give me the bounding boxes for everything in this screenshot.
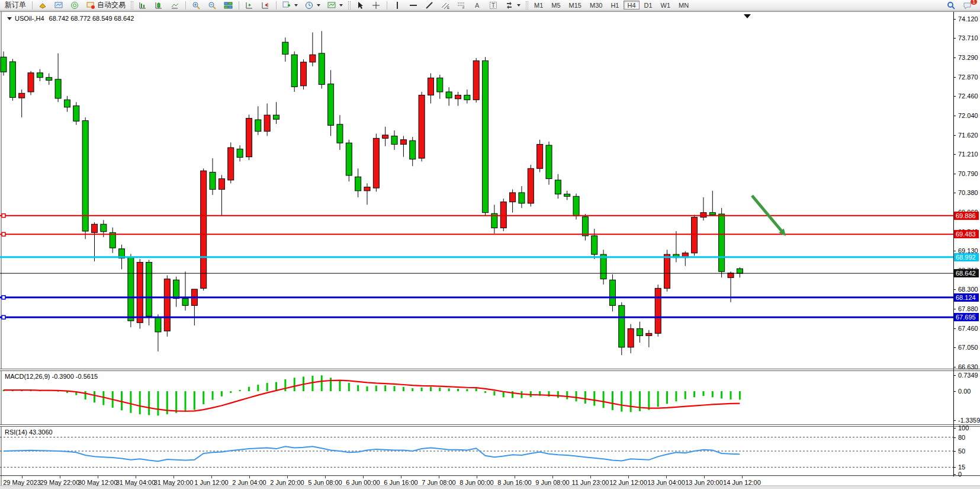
rsi-pane[interactable] xyxy=(0,427,953,475)
bar-chart-button[interactable] xyxy=(136,1,150,10)
market-watch-button[interactable] xyxy=(36,1,50,10)
macd-scale-label: 0.7349 xyxy=(958,372,978,379)
zoom-out-icon xyxy=(208,1,217,9)
vertical-line-icon xyxy=(393,1,402,9)
candle-down xyxy=(483,61,489,213)
candle-down xyxy=(446,92,452,98)
candle-down xyxy=(410,140,416,159)
price-tick-label: 70.790 xyxy=(958,170,978,177)
rsi-scale-label: 80 xyxy=(958,434,965,441)
text-button[interactable]: A xyxy=(470,1,485,10)
time-tick-mark xyxy=(22,476,23,478)
strategy-tester-icon xyxy=(70,1,79,9)
tab-h4[interactable]: H4 xyxy=(624,1,639,9)
indicators-button[interactable] xyxy=(279,1,301,10)
candle-down xyxy=(600,254,606,279)
candlestick-chart-button[interactable] xyxy=(152,1,166,10)
text-label-button[interactable]: T xyxy=(486,1,501,10)
time-axis-line xyxy=(0,475,980,476)
time-axis-label: 8 Jun 00:00 xyxy=(460,479,494,486)
templates-button[interactable] xyxy=(324,1,346,10)
time-axis-label: 8 Jun 16:00 xyxy=(497,479,532,486)
line-anchor xyxy=(2,214,5,218)
price-line-badge: 68.992 xyxy=(954,253,979,261)
candle-down xyxy=(37,73,43,78)
candle-down xyxy=(101,224,107,232)
tab-m5[interactable]: M5 xyxy=(548,1,564,9)
tab-m15[interactable]: M15 xyxy=(565,1,585,9)
notification-badge: 1 xyxy=(971,0,977,5)
line-chart-button[interactable] xyxy=(168,1,182,10)
time-tick-mark xyxy=(401,476,401,478)
tab-w1[interactable]: W1 xyxy=(657,1,674,9)
time-tick-mark xyxy=(325,476,326,478)
svg-text:A: A xyxy=(475,2,480,9)
price-tick-label: 73.710 xyxy=(958,34,978,41)
zoom-out-button[interactable] xyxy=(205,1,220,10)
new-chart-button[interactable] xyxy=(52,1,66,10)
macd-pane[interactable] xyxy=(0,371,953,424)
tab-d1[interactable]: D1 xyxy=(641,1,656,9)
price-line-badge: 67.695 xyxy=(954,313,979,321)
tab-h1[interactable]: H1 xyxy=(607,1,622,9)
autotrading-icon xyxy=(86,1,95,9)
crosshair-button[interactable] xyxy=(369,1,384,10)
candle-down xyxy=(328,84,334,126)
new-order-button[interactable]: 新订单 xyxy=(2,1,29,10)
rsi-scale-label: 50 xyxy=(958,448,965,455)
time-tick-mark xyxy=(136,476,136,478)
autotrading-button[interactable]: 自动交易 xyxy=(83,1,128,10)
cursor-button[interactable] xyxy=(353,1,368,10)
vertical-line-button[interactable] xyxy=(390,1,405,10)
fibonacci-button[interactable]: F xyxy=(454,1,469,10)
candle-down xyxy=(173,280,179,298)
periods-caret xyxy=(317,4,320,7)
auto-scroll-button[interactable] xyxy=(258,1,273,10)
new-chart-icon xyxy=(54,1,63,9)
tab-m30[interactable]: M30 xyxy=(586,1,606,9)
equidistant-channel-button[interactable]: E xyxy=(438,1,453,10)
trendline-icon xyxy=(425,1,434,9)
candle-down xyxy=(155,317,161,332)
candle-down xyxy=(437,78,443,92)
candle-up xyxy=(264,115,270,131)
time-tick-mark xyxy=(552,476,553,478)
time-axis-label: 31 May 20:00 xyxy=(154,479,194,486)
zoom-in-button[interactable] xyxy=(189,1,204,10)
tile-windows-button[interactable] xyxy=(221,1,236,10)
main-chart-pane[interactable] xyxy=(0,12,953,369)
price-tick-label: 74.120 xyxy=(958,15,978,23)
tab-mn[interactable]: MN xyxy=(675,1,692,9)
candle-down xyxy=(73,106,79,121)
horizontal-line-button[interactable] xyxy=(406,1,421,10)
line-anchor xyxy=(2,232,5,236)
search-button[interactable] xyxy=(944,1,959,10)
notifications-button[interactable]: 1 xyxy=(960,1,975,10)
candle-down xyxy=(592,236,597,254)
price-line-badge: 69.886 xyxy=(954,212,979,220)
symbol-title: USOil-,H4 xyxy=(15,15,44,22)
zoom-in-icon xyxy=(192,1,201,9)
periods-button[interactable] xyxy=(302,1,323,10)
tab-m1[interactable]: M1 xyxy=(531,1,547,9)
candle-up xyxy=(728,273,734,278)
candle-down xyxy=(355,177,361,191)
chart-shift-marker[interactable] xyxy=(744,14,751,18)
candle-down xyxy=(82,121,88,231)
chart-shift-button[interactable] xyxy=(242,1,257,10)
candle-up xyxy=(455,95,461,98)
arrows-button[interactable] xyxy=(502,1,523,10)
candle-down xyxy=(582,217,588,236)
indicators-caret xyxy=(294,4,298,7)
price-tick-label: 72.870 xyxy=(958,73,978,81)
time-tick-mark xyxy=(60,476,60,478)
templates-icon xyxy=(327,1,336,9)
price-tick-label: 72.040 xyxy=(958,112,978,119)
macd-scale-label: -1.3359 xyxy=(958,417,980,424)
strategy-tester-button[interactable] xyxy=(68,1,82,10)
candle-up xyxy=(201,171,207,288)
price-tick-label: 67.050 xyxy=(958,344,978,351)
trendline-button[interactable] xyxy=(422,1,437,10)
cursor-icon xyxy=(356,1,365,9)
one-click-trading-icon[interactable] xyxy=(7,17,12,20)
